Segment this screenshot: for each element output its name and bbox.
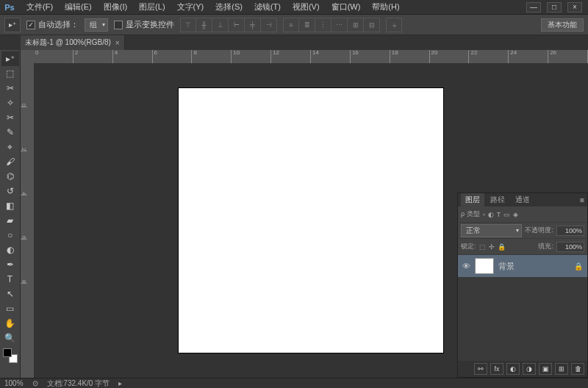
ruler-tick: 0 — [34, 50, 74, 63]
auto-select-control[interactable]: ✓ 自动选择： — [26, 19, 79, 30]
gradient-tool[interactable]: ▰ — [1, 213, 19, 228]
align-right-icon[interactable]: ⊣ — [261, 18, 277, 32]
filter-5-icon[interactable]: ◈ — [513, 211, 518, 218]
menu-window[interactable]: 窗口(W) — [327, 0, 365, 14]
fill-label: 填充: — [538, 242, 553, 251]
layer-name[interactable]: 背景 — [498, 261, 514, 272]
fx-icon[interactable]: fx — [490, 363, 503, 375]
brush-tool[interactable]: 🖌 — [1, 154, 19, 169]
auto-select-checkbox[interactable]: ✓ — [26, 21, 35, 29]
move-tool[interactable]: ▸⁺ — [1, 51, 19, 66]
maximize-button[interactable]: □ — [547, 2, 562, 12]
menu-help[interactable]: 帮助(H) — [368, 0, 404, 14]
adjustment-icon[interactable]: ◑ — [523, 363, 536, 375]
eraser-tool[interactable]: ◧ — [1, 198, 19, 213]
opacity-input[interactable] — [556, 226, 584, 236]
align-top-icon[interactable]: ⊤ — [180, 18, 196, 32]
ruler-corner — [21, 50, 34, 63]
align-group-1: ⊤ ╫ ⊥ ⊢ ╪ ⊣ — [180, 18, 277, 32]
ruler-tick: 6 — [153, 50, 193, 63]
foreground-color[interactable] — [3, 348, 12, 357]
ruler-tick: 18 — [390, 50, 430, 63]
show-transform-checkbox[interactable] — [114, 21, 123, 29]
visibility-icon[interactable]: 👁 — [462, 262, 470, 270]
dist-1-icon[interactable]: ≡ — [283, 18, 299, 32]
path-tool[interactable]: ↖ — [1, 287, 19, 301]
lock-pixels-icon[interactable]: ⬚ — [479, 243, 486, 251]
dist-2-icon[interactable]: ≣ — [299, 18, 315, 32]
link-layers-icon[interactable]: ⚯ — [474, 363, 487, 375]
history-brush-tool[interactable]: ↺ — [1, 184, 19, 198]
spot-heal-tool[interactable]: ⌖ — [1, 140, 19, 154]
eyedropper-tool[interactable]: ✎ — [1, 125, 19, 140]
menu-edit[interactable]: 编辑(E) — [60, 0, 96, 14]
trash-icon[interactable]: 🗑 — [571, 363, 584, 375]
layer-thumbnail[interactable] — [475, 258, 494, 274]
type-tool[interactable]: T — [1, 272, 19, 287]
ruler-tick: 8 — [21, 240, 27, 284]
doc-info[interactable]: 文档:732.4K/0 字节 — [47, 378, 110, 389]
mask-icon[interactable]: ◐ — [506, 363, 520, 375]
stamp-tool[interactable]: ⌬ — [1, 169, 19, 184]
shape-tool[interactable]: ▭ — [1, 301, 19, 316]
panel-menu-icon[interactable]: ≡ — [580, 196, 584, 204]
tool-preset-icon[interactable]: ▸⁺ — [4, 18, 21, 32]
lock-position-icon[interactable]: ✢ — [489, 243, 495, 251]
document-tab[interactable]: 未标题-1 @ 100%(RGB/8) × — [21, 35, 125, 50]
canvas[interactable] — [179, 88, 443, 353]
blend-mode-select[interactable]: 正常 — [461, 224, 522, 237]
dist-3-icon[interactable]: ⋮ — [315, 18, 331, 32]
align-vcenter-icon[interactable]: ╫ — [196, 18, 212, 32]
hand-tool[interactable]: ✋ — [1, 316, 19, 331]
ruler-vertical[interactable]: 0 2 4 6 8 — [21, 63, 34, 378]
blend-row: 正常 不透明度: — [458, 223, 587, 239]
close-tab-icon[interactable]: × — [115, 39, 120, 47]
dist-5-icon[interactable]: ⊞ — [348, 18, 364, 32]
lasso-tool[interactable]: ✂ — [1, 81, 19, 96]
lock-all-icon[interactable]: 🔒 — [498, 243, 506, 251]
blur-tool[interactable]: ○ — [1, 228, 19, 242]
crop-tool[interactable]: ✂ — [1, 110, 19, 125]
menu-file[interactable]: 文件(F) — [22, 0, 57, 14]
align-bottom-icon[interactable]: ⊥ — [212, 18, 229, 32]
marquee-tool[interactable]: ⬚ — [1, 66, 19, 81]
menu-select[interactable]: 选择(S) — [211, 0, 247, 14]
menu-image[interactable]: 图像(I) — [99, 0, 132, 14]
layer-row[interactable]: 👁 背景 🔒 — [458, 255, 587, 277]
zoom-tool[interactable]: 🔍 — [1, 331, 19, 345]
tab-channels[interactable]: 通道 — [511, 193, 534, 206]
auto-select-dropdown[interactable]: 组 — [85, 18, 108, 32]
align-hcenter-icon[interactable]: ╪ — [245, 18, 261, 32]
filter-2-icon[interactable]: ◐ — [488, 211, 494, 218]
filter-3-icon[interactable]: T — [497, 211, 501, 218]
group-icon[interactable]: ▣ — [539, 363, 552, 375]
menu-type[interactable]: 文字(Y) — [173, 0, 209, 14]
show-transform-control[interactable]: 显示变换控件 — [114, 19, 174, 30]
dodge-tool[interactable]: ◐ — [1, 242, 19, 257]
menu-layer[interactable]: 图层(L) — [135, 0, 169, 14]
dist-6-icon[interactable]: ⊟ — [364, 18, 380, 32]
new-layer-icon[interactable]: ⊞ — [555, 363, 568, 375]
panel-footer: ⚯ fx ◐ ◑ ▣ ⊞ 🗑 — [458, 361, 587, 377]
align-left-icon[interactable]: ⊢ — [229, 18, 245, 32]
minimize-button[interactable]: — — [526, 2, 541, 12]
close-button[interactable]: × — [567, 2, 582, 12]
info-icon[interactable]: ⊙ — [32, 379, 38, 387]
lock-row: 锁定: ⬚ ✢ 🔒 填充: — [458, 239, 587, 255]
info-arrow-icon[interactable]: ▸ — [118, 379, 122, 387]
tab-paths[interactable]: 路径 — [486, 193, 509, 206]
zoom-level[interactable]: 100% — [4, 379, 24, 387]
menu-view[interactable]: 视图(V) — [288, 0, 324, 14]
filter-4-icon[interactable]: ▭ — [503, 211, 510, 218]
fill-input[interactable] — [556, 242, 584, 252]
pen-tool[interactable]: ✒ — [1, 257, 19, 272]
tab-layers[interactable]: 图层 — [461, 193, 484, 206]
filter-1-icon[interactable]: ▫ — [483, 211, 485, 218]
wand-tool[interactable]: ✧ — [1, 96, 19, 110]
workspace-switcher[interactable]: 基本功能 — [541, 18, 584, 32]
color-swatches[interactable] — [3, 348, 18, 363]
menu-filter[interactable]: 滤镜(T) — [250, 0, 285, 14]
3d-mode-icon[interactable]: ⏚ — [386, 18, 402, 32]
dist-4-icon[interactable]: ⋯ — [331, 18, 348, 32]
ruler-horizontal[interactable]: 0 2 4 6 8 10 12 14 16 18 20 22 24 26 — [34, 50, 588, 63]
